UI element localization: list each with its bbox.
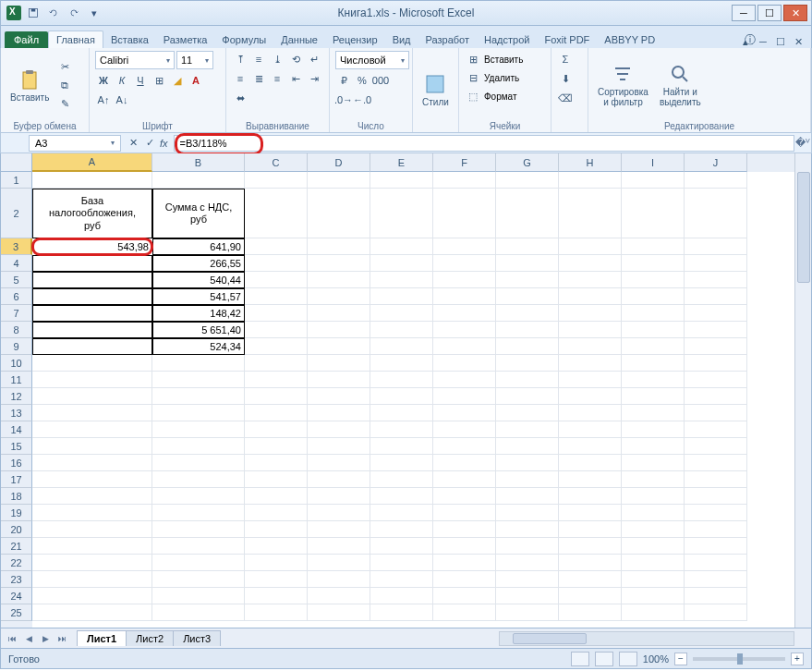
cell-A24[interactable]: [32, 588, 152, 604]
percent-button[interactable]: %: [354, 72, 370, 89]
cell-G16[interactable]: [496, 455, 559, 471]
bold-button[interactable]: Ж: [95, 72, 112, 89]
cell-D1[interactable]: [308, 172, 370, 189]
horizontal-scroll-thumb[interactable]: [513, 633, 587, 644]
decrease-indent-button[interactable]: ⇤: [287, 70, 304, 87]
cell-G14[interactable]: [496, 421, 559, 438]
sheet-tab-3[interactable]: Лист3: [173, 630, 221, 646]
cell-F15[interactable]: [433, 438, 496, 455]
cell-A7[interactable]: [32, 305, 152, 322]
cell-H22[interactable]: [559, 555, 622, 571]
cell-E7[interactable]: [370, 305, 433, 322]
cell-H19[interactable]: [559, 505, 622, 521]
cell-G17[interactable]: [496, 471, 559, 488]
cell-C10[interactable]: [245, 355, 308, 372]
cell-I14[interactable]: [622, 421, 685, 438]
cell-J9[interactable]: [685, 338, 747, 355]
cell-F20[interactable]: [433, 521, 496, 538]
cell-D7[interactable]: [308, 305, 370, 322]
cell-A4[interactable]: [32, 255, 152, 272]
cell-C4[interactable]: [245, 255, 308, 272]
close-button[interactable]: ✕: [783, 5, 807, 21]
cell-J25[interactable]: [685, 604, 747, 621]
cell-B6[interactable]: 541,57: [152, 288, 245, 305]
cell-A1[interactable]: [32, 172, 152, 189]
cell-B4[interactable]: 266,55: [152, 255, 245, 272]
cell-I10[interactable]: [622, 355, 685, 372]
cell-G18[interactable]: [496, 488, 559, 505]
cell-J5[interactable]: [685, 272, 747, 288]
row-header-5[interactable]: 5: [1, 272, 32, 288]
column-header-H[interactable]: H: [559, 153, 622, 172]
cell-J11[interactable]: [685, 372, 747, 388]
cell-H7[interactable]: [559, 305, 622, 322]
cell-B14[interactable]: [152, 421, 245, 438]
cell-J15[interactable]: [685, 438, 747, 455]
cell-B15[interactable]: [152, 438, 245, 455]
row-header-23[interactable]: 23: [1, 571, 32, 588]
cell-D12[interactable]: [308, 388, 370, 405]
cell-D24[interactable]: [308, 588, 370, 604]
cell-A8[interactable]: [32, 322, 152, 338]
cell-E21[interactable]: [370, 538, 433, 555]
cell-J4[interactable]: [685, 255, 747, 272]
zoom-in-button[interactable]: +: [791, 653, 804, 665]
cell-A3[interactable]: 543,98: [32, 238, 152, 255]
cell-H17[interactable]: [559, 471, 622, 488]
cell-F19[interactable]: [433, 505, 496, 521]
row-header-24[interactable]: 24: [1, 588, 32, 604]
cell-I3[interactable]: [622, 238, 685, 255]
cell-J14[interactable]: [685, 421, 747, 438]
cell-G13[interactable]: [496, 405, 559, 421]
file-tab[interactable]: Файл: [5, 31, 48, 48]
currency-button[interactable]: ₽: [335, 72, 352, 89]
cell-A12[interactable]: [32, 388, 152, 405]
cell-F3[interactable]: [433, 238, 496, 255]
underline-button[interactable]: Ч: [132, 72, 149, 89]
cell-I11[interactable]: [622, 372, 685, 388]
cell-D3[interactable]: [308, 238, 370, 255]
column-header-G[interactable]: G: [496, 153, 559, 172]
cell-B9[interactable]: 524,34: [152, 338, 245, 355]
zoom-slider-thumb[interactable]: [737, 653, 743, 665]
cell-H16[interactable]: [559, 455, 622, 471]
tab-view[interactable]: Вид: [385, 31, 418, 48]
vertical-scroll-thumb[interactable]: [797, 172, 810, 283]
cell-G12[interactable]: [496, 388, 559, 405]
comma-button[interactable]: 000: [372, 72, 389, 89]
tab-insert[interactable]: Вставка: [103, 31, 156, 48]
cell-G8[interactable]: [496, 322, 559, 338]
cancel-formula-icon[interactable]: ✕: [127, 135, 139, 152]
cell-F25[interactable]: [433, 604, 496, 621]
cell-I22[interactable]: [622, 555, 685, 571]
cell-G19[interactable]: [496, 505, 559, 521]
cell-D2[interactable]: [308, 189, 370, 238]
cell-C11[interactable]: [245, 372, 308, 388]
cell-D14[interactable]: [308, 421, 370, 438]
cell-F1[interactable]: [433, 172, 496, 189]
row-header-10[interactable]: 10: [1, 355, 32, 372]
row-header-12[interactable]: 12: [1, 388, 32, 405]
row-header-15[interactable]: 15: [1, 438, 32, 455]
cell-J23[interactable]: [685, 571, 747, 588]
cell-I23[interactable]: [622, 571, 685, 588]
tab-layout[interactable]: Разметка: [156, 31, 215, 48]
cell-F5[interactable]: [433, 272, 496, 288]
vertical-scrollbar[interactable]: [794, 153, 811, 628]
cell-I15[interactable]: [622, 438, 685, 455]
cell-D13[interactable]: [308, 405, 370, 421]
cell-G25[interactable]: [496, 604, 559, 621]
cell-B12[interactable]: [152, 388, 245, 405]
cell-H2[interactable]: [559, 189, 622, 238]
maximize-button[interactable]: ☐: [757, 5, 782, 21]
sheet-nav-next[interactable]: ▶: [38, 631, 53, 646]
cell-C9[interactable]: [245, 338, 308, 355]
cell-F11[interactable]: [433, 372, 496, 388]
cell-J19[interactable]: [685, 505, 747, 521]
cell-C1[interactable]: [245, 172, 308, 189]
cell-C6[interactable]: [245, 288, 308, 305]
cell-C12[interactable]: [245, 388, 308, 405]
cell-E3[interactable]: [370, 238, 433, 255]
cell-C15[interactable]: [245, 438, 308, 455]
cell-D11[interactable]: [308, 372, 370, 388]
